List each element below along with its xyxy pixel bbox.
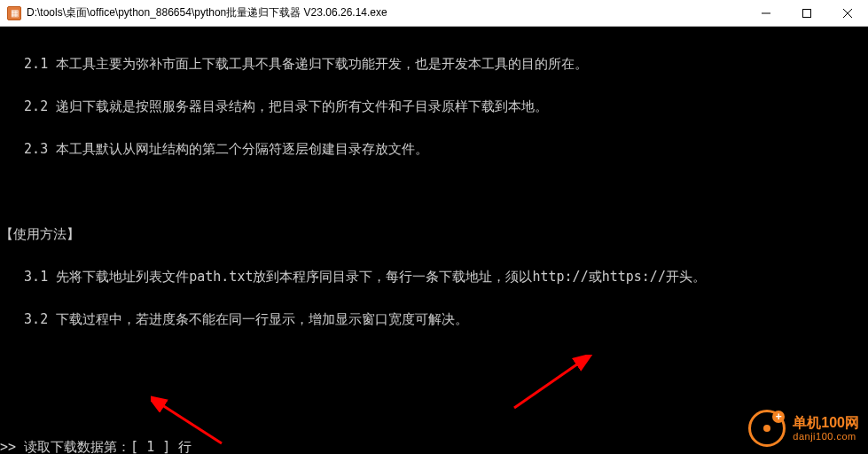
watermark: + 单机100网 danji100.com — [748, 410, 859, 447]
console-line — [0, 397, 868, 411]
console-line: 【使用方法】 — [0, 227, 868, 241]
watermark-text: 单机100网 danji100.com — [793, 415, 859, 442]
minimize-button[interactable] — [746, 0, 786, 26]
console-line: >> 读取下载数据第：[ 1 ] 行 — [0, 440, 868, 454]
console-line — [0, 355, 868, 369]
console-line: 2.2 递归下载就是按照服务器目录结构，把目录下的所有文件和子目录原样下载到本地… — [0, 99, 868, 114]
window-buttons — [746, 0, 868, 26]
console-output: 2.1 本工具主要为弥补市面上下载工具不具备递归下载功能开发，也是开发本工具的目… — [0, 27, 868, 454]
app-icon: ▦ — [7, 6, 21, 20]
console-line — [0, 184, 868, 199]
console-line: 2.1 本工具主要为弥补市面上下载工具不具备递归下载功能开发，也是开发本工具的目… — [0, 57, 868, 71]
close-button[interactable] — [827, 0, 868, 26]
console-line: 2.3 本工具默认从网址结构的第二个分隔符逐层创建目录存放文件。 — [0, 142, 868, 156]
titlebar: ▦ D:\tools\桌面\office\python_886654\pytho… — [0, 0, 868, 27]
svg-rect-1 — [803, 9, 811, 17]
console-line: 3.1 先将下载地址列表文件path.txt放到本程序同目录下，每行一条下载地址… — [0, 270, 868, 284]
console-line: 3.2 下载过程中，若进度条不能在同一行显示，增加显示窗口宽度可解决。 — [0, 312, 868, 326]
window-title: D:\tools\桌面\office\python_886654\python批… — [27, 5, 746, 20]
maximize-button[interactable] — [786, 0, 827, 26]
watermark-logo-icon: + — [748, 410, 786, 447]
